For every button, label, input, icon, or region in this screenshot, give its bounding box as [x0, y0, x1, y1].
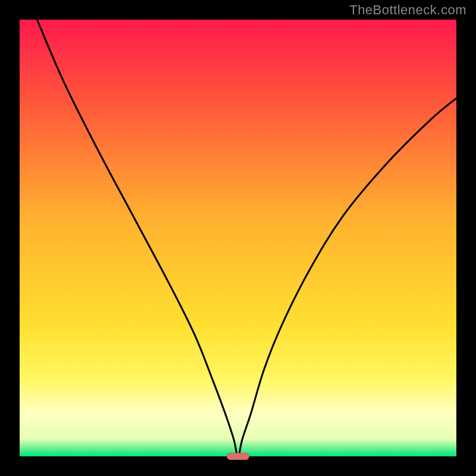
bottleneck-chart [0, 0, 476, 476]
optimum-marker [227, 453, 249, 459]
chart-frame: TheBottleneck.com [0, 0, 476, 476]
watermark-text: TheBottleneck.com [349, 2, 466, 18]
plot-background [20, 20, 456, 456]
